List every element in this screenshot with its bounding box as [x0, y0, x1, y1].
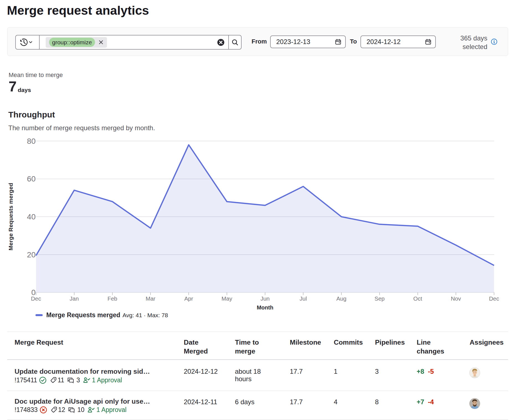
svg-text:Aug: Aug [336, 295, 346, 302]
svg-text:Nov: Nov [451, 295, 461, 302]
svg-text:Feb: Feb [107, 295, 117, 302]
svg-text:Dec: Dec [489, 295, 499, 302]
svg-text:Dec: Dec [31, 295, 41, 302]
svg-text:Jul: Jul [299, 295, 307, 302]
svg-text:Apr: Apr [184, 295, 193, 302]
svg-text:20: 20 [27, 250, 35, 259]
svg-text:40: 40 [27, 212, 35, 221]
svg-text:80: 80 [27, 137, 35, 145]
svg-text:Sep: Sep [375, 295, 385, 302]
svg-text:Merge Requests merged: Merge Requests merged [7, 183, 14, 250]
svg-text:May: May [222, 295, 232, 302]
svg-text:Mar: Mar [146, 295, 155, 302]
svg-text:Oct: Oct [413, 295, 422, 302]
svg-text:60: 60 [27, 175, 35, 183]
svg-text:Jun: Jun [260, 295, 270, 302]
svg-text:Month: Month [257, 304, 273, 311]
svg-text:Jan: Jan [70, 295, 79, 302]
